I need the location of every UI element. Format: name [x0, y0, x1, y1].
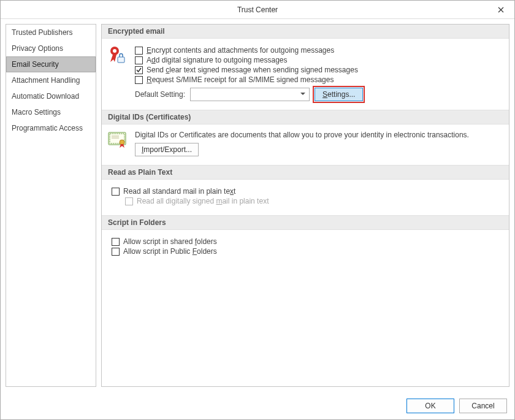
close-button[interactable] — [487, 1, 514, 19]
checkbox-add-signature[interactable] — [135, 56, 143, 64]
group-body-plain-text: Read all standard mail in plain text Rea… — [102, 180, 509, 215]
checkbox-encrypt-contents[interactable] — [135, 47, 143, 55]
checkbox-read-signed-plain — [125, 197, 133, 205]
ok-button[interactable]: OK — [406, 399, 454, 413]
sidebar-item-attachment-handling[interactable]: Attachment Handling — [6, 72, 96, 88]
label-script-shared: Allow script in shared folders — [123, 237, 217, 246]
checkbox-script-shared[interactable] — [112, 238, 120, 246]
checkbox-clear-text[interactable] — [135, 66, 143, 74]
label-add-signature: Add digital signature to outgoing messag… — [147, 56, 288, 64]
default-setting-row: Default Setting: Settings... — [135, 88, 503, 101]
option-encrypt-contents[interactable]: Encrypt contents and attachments for out… — [135, 46, 503, 55]
svg-rect-2 — [118, 57, 124, 63]
option-read-signed-plain: Read all digitally signed mail in plain … — [121, 197, 503, 205]
label-encrypt-contents: Encrypt contents and attachments for out… — [147, 46, 334, 55]
group-body-encrypted-email: Encrypt contents and attachments for out… — [102, 39, 509, 110]
label-smime-receipt: Request S/MIME receipt for all S/MIME si… — [147, 75, 334, 84]
svg-point-1 — [113, 49, 116, 53]
sidebar-item-email-security[interactable]: Email Security — [6, 56, 96, 72]
label-clear-text: Send clear text signed message when send… — [147, 66, 358, 74]
label-script-public: Allow script in Public Folders — [123, 247, 217, 256]
main-panel: Encrypted email Encrypt contents and att… — [101, 24, 509, 387]
option-smime-receipt[interactable]: Request S/MIME receipt for all S/MIME si… — [135, 75, 503, 84]
svg-point-7 — [120, 140, 124, 145]
cancel-button[interactable]: Cancel — [459, 399, 507, 413]
category-sidebar: Trusted Publishers Privacy Options Email… — [6, 24, 96, 387]
group-header-digital-ids: Digital IDs (Certificates) — [102, 110, 509, 124]
certificate-icon — [108, 131, 126, 148]
window-title: Trust Center — [237, 6, 278, 14]
chevron-down-icon — [299, 90, 307, 99]
option-script-shared[interactable]: Allow script in shared folders — [108, 237, 503, 246]
group-header-script-folders: Script in Folders — [102, 215, 509, 230]
label-read-signed-plain: Read all digitally signed mail in plain … — [137, 197, 269, 205]
trust-center-window: Trust Center Trusted Publishers Privacy … — [0, 0, 515, 420]
sidebar-item-programmatic-access[interactable]: Programmatic Access — [6, 120, 96, 136]
group-body-script-folders: Allow script in shared folders Allow scr… — [102, 230, 509, 265]
dialog-body: Trusted Publishers Privacy Options Email… — [1, 19, 514, 392]
group-header-plain-text: Read as Plain Text — [102, 165, 509, 180]
group-body-digital-ids: Digital IDs or Certificates are document… — [102, 124, 509, 165]
titlebar: Trust Center — [1, 1, 514, 19]
option-clear-text[interactable]: Send clear text signed message when send… — [135, 66, 503, 74]
checkbox-script-public[interactable] — [112, 248, 120, 256]
sidebar-item-macro-settings[interactable]: Macro Settings — [6, 104, 96, 120]
option-add-signature[interactable]: Add digital signature to outgoing messag… — [135, 56, 503, 64]
encrypted-email-icon — [108, 45, 126, 64]
close-icon — [498, 7, 504, 13]
group-header-encrypted-email: Encrypted email — [102, 25, 509, 39]
settings-button[interactable]: Settings... — [315, 88, 363, 101]
import-export-button[interactable]: Import/Export... — [135, 143, 199, 156]
sidebar-item-trusted-publishers[interactable]: Trusted Publishers — [6, 25, 96, 40]
option-script-public[interactable]: Allow script in Public Folders — [108, 247, 503, 256]
sidebar-item-privacy-options[interactable]: Privacy Options — [6, 40, 96, 56]
checkbox-smime-receipt[interactable] — [135, 76, 143, 84]
default-setting-combobox[interactable] — [190, 88, 310, 101]
option-read-plain[interactable]: Read all standard mail in plain text — [108, 187, 503, 196]
checkbox-read-plain[interactable] — [112, 188, 120, 196]
dialog-footer: OK Cancel — [1, 392, 514, 419]
digital-ids-description: Digital IDs or Certificates are document… — [135, 131, 503, 139]
label-read-plain: Read all standard mail in plain text — [123, 187, 235, 196]
default-setting-label: Default Setting: — [135, 90, 185, 99]
sidebar-item-automatic-download[interactable]: Automatic Download — [6, 88, 96, 104]
